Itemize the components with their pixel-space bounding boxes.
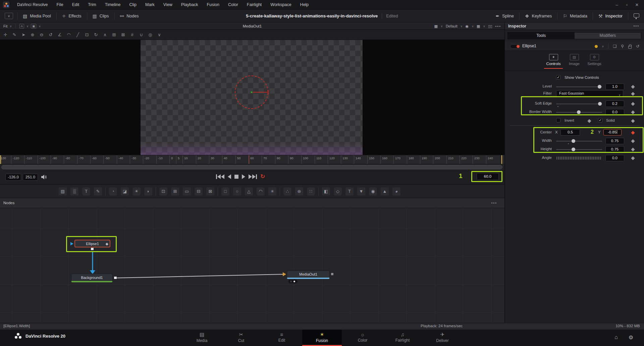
magnet-tool-icon[interactable]: ∪: [139, 32, 144, 37]
timeline-ruler[interactable]: -130-120-110-100-90-80-70-60-50-40-30-20…: [0, 155, 504, 164]
curve-tool-icon[interactable]: ◠: [66, 32, 71, 37]
mediaout1-output-port[interactable]: [331, 273, 334, 276]
go-to-last-frame-button[interactable]: [249, 174, 257, 179]
menu-view[interactable]: View: [159, 0, 177, 9]
menu-file[interactable]: File: [52, 0, 67, 9]
inspector-button[interactable]: ⚒ Inspector: [597, 13, 624, 19]
height-value-field[interactable]: 0.75: [605, 146, 624, 153]
page-tab-fairlight[interactable]: ♫Fairlight: [383, 330, 422, 345]
versions-icon[interactable]: ❏: [613, 44, 616, 49]
lock-icon[interactable]: [628, 46, 632, 49]
quick-export-chevron-button[interactable]: ∨: [5, 13, 13, 19]
menu-playback[interactable]: Playback: [177, 0, 203, 9]
viewer-canvas[interactable]: [0, 40, 504, 155]
crop-node-icon[interactable]: ⊠: [206, 187, 214, 195]
shape-3d-node-icon[interactable]: ◇: [334, 187, 342, 195]
project-manager-home-icon[interactable]: ⌂: [614, 334, 618, 340]
center-y-field[interactable]: -0.85: [603, 129, 622, 135]
page-tab-media[interactable]: ▤Media: [182, 330, 222, 345]
snap-tool-icon[interactable]: #: [129, 32, 135, 37]
level-slider[interactable]: [556, 83, 602, 90]
page-tab-edit[interactable]: ≡Edit: [262, 330, 302, 345]
soft-edge-value-field[interactable]: 0.2: [605, 101, 624, 107]
node-graph[interactable]: Ellipse1 ◈ Background1 MediaOut1: [0, 208, 504, 323]
linear-point-tool-icon[interactable]: ∠: [57, 32, 62, 37]
smooth-point-tool-icon[interactable]: ↺: [48, 32, 53, 37]
dve-node-icon[interactable]: ⊞: [171, 187, 179, 195]
page-tab-fusion[interactable]: ✶Fusion: [302, 330, 342, 345]
ellipse-center-handle[interactable]: [251, 91, 253, 93]
node-background1[interactable]: Background1: [71, 274, 113, 282]
play-forward-button[interactable]: [242, 174, 245, 179]
menu-fusion[interactable]: Fusion: [202, 0, 224, 9]
background1-output-port[interactable]: [114, 276, 117, 279]
viewer-options-menu[interactable]: •••: [495, 24, 501, 28]
media-pool-button[interactable]: ▧ Media Pool: [21, 13, 52, 19]
nodes-options-menu[interactable]: •••: [491, 201, 497, 205]
invert-checkbox[interactable]: [556, 118, 560, 122]
spline-button[interactable]: ✒ Spline: [494, 13, 515, 19]
level-value-field[interactable]: 1.0: [605, 83, 624, 90]
project-settings-gear-icon[interactable]: ⚙: [629, 334, 633, 341]
timeline-scrollbar[interactable]: [1, 165, 502, 169]
p-emitter-node-icon[interactable]: ∴: [283, 187, 291, 195]
p-merge-node-icon[interactable]: ∷: [307, 187, 315, 195]
soft-edge-slider[interactable]: [556, 100, 602, 107]
line-tool-icon[interactable]: ╱: [75, 32, 80, 37]
image-plane-3d-node-icon[interactable]: ◧: [322, 187, 330, 195]
stop-button[interactable]: [234, 175, 238, 179]
show-view-controls-checkbox[interactable]: ✓: [556, 75, 560, 79]
ungroup-tool-icon[interactable]: ⊠: [120, 32, 126, 37]
paint-node-icon[interactable]: ✎: [94, 187, 102, 195]
subtab-controls[interactable]: ✦ Controls: [542, 51, 565, 66]
filter-keyframe-icon[interactable]: [631, 92, 635, 96]
more-tools-chevron-icon[interactable]: ∨: [157, 32, 162, 37]
subtab-settings[interactable]: ⚙ Settings: [583, 51, 606, 66]
clean-feed-monitor-icon[interactable]: [634, 13, 639, 17]
close-button[interactable]: ✕: [632, 2, 642, 7]
insert-point-tool-icon[interactable]: ⊕: [30, 32, 35, 37]
spot-light-node-icon[interactable]: ▲: [381, 187, 389, 195]
drag-canvas-tool-icon[interactable]: ✛: [3, 32, 8, 37]
current-frame-field[interactable]: 60.0: [477, 173, 499, 180]
soft-edge-keyframe-icon[interactable]: [631, 102, 635, 106]
text-3d-node-icon[interactable]: T: [345, 187, 354, 195]
tab-tools[interactable]: Tools: [508, 33, 575, 39]
rectangle-mask-node-icon[interactable]: □: [221, 187, 229, 195]
audio-mute-icon[interactable]: [41, 174, 48, 180]
maximize-button[interactable]: ▫: [622, 2, 632, 7]
chevron-down-icon[interactable]: ∨: [602, 45, 604, 48]
keyframes-button[interactable]: ❖ Keyframes: [524, 13, 553, 19]
delete-point-tool-icon[interactable]: ⊖: [39, 32, 44, 37]
page-tab-cut[interactable]: ✂Cut: [221, 330, 261, 345]
color-corrector-node-icon[interactable]: ◔: [109, 187, 117, 195]
width-slider[interactable]: [556, 137, 602, 145]
fastnoise-node-icon[interactable]: ▒: [70, 187, 78, 195]
group-tool-icon[interactable]: ⊞: [111, 32, 117, 37]
app-logo-icon[interactable]: [3, 2, 9, 8]
letterbox-node-icon[interactable]: ▭: [183, 187, 191, 195]
height-slider[interactable]: [556, 146, 602, 153]
node-input-triangle-icon[interactable]: [70, 242, 73, 245]
hue-curves-node-icon[interactable]: ◗: [144, 187, 152, 195]
p-render-node-icon[interactable]: ⊛: [295, 187, 303, 195]
viewer-lut-dropdown[interactable]: Default: [446, 24, 458, 28]
camera-3d-node-icon[interactable]: ◉: [369, 187, 377, 195]
render-range-end-marker[interactable]: [501, 155, 502, 164]
angle-keyframe-icon[interactable]: [631, 156, 635, 160]
menu-mark[interactable]: Mark: [141, 0, 159, 9]
ellipse-mask-node-icon[interactable]: ○: [233, 187, 241, 195]
play-reverse-button[interactable]: [228, 174, 231, 179]
tab-modifiers[interactable]: Modifiers: [575, 33, 641, 39]
color-curves-node-icon[interactable]: ◪: [121, 187, 129, 195]
angle-value-field[interactable]: 0.0: [605, 155, 624, 161]
node-mediaout1[interactable]: MediaOut1: [287, 271, 330, 279]
search-tool-icon[interactable]: ◎: [148, 32, 153, 37]
node-enable-toggle[interactable]: [510, 44, 520, 49]
border-width-slider[interactable]: [556, 109, 602, 116]
border-width-value-field[interactable]: 0.0: [605, 109, 624, 115]
pin-icon[interactable]: ⚲: [621, 44, 624, 49]
renderer-3d-node-icon[interactable]: ◕: [392, 187, 400, 195]
invert-keyframe-icon[interactable]: [587, 119, 591, 123]
level-keyframe-icon[interactable]: [631, 85, 635, 89]
